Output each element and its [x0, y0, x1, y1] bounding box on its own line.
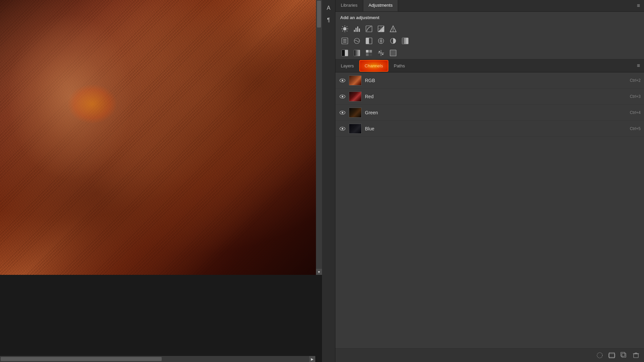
adjustments-panel: Libraries Adjustments ≡ Add an adjustmen… [335, 0, 644, 59]
svg-rect-62 [621, 352, 625, 356]
gradientmap-icon[interactable] [352, 48, 362, 58]
vertical-scrollbar[interactable]: ▼ [316, 0, 322, 275]
panel-menu-icon[interactable]: ≡ [633, 0, 644, 11]
svg-rect-63 [634, 354, 638, 358]
svg-rect-34 [402, 38, 404, 44]
svg-point-47 [379, 51, 380, 52]
threshold-icon[interactable] [340, 48, 350, 58]
svg-rect-36 [406, 38, 408, 44]
panel-tabs: Libraries Adjustments ≡ [335, 0, 644, 12]
channel-thumb-green [349, 108, 362, 118]
scroll-right-arrow[interactable]: ▶ [309, 356, 315, 362]
selectivecolor-icon[interactable] [364, 48, 374, 58]
dotted-circle-icon[interactable] [596, 351, 604, 359]
svg-rect-49 [390, 50, 396, 56]
channel-shortcut-blue: Ctrl+5 [630, 126, 641, 131]
adjustment-icons-row2 [335, 35, 644, 47]
invert-icon[interactable] [388, 36, 398, 46]
svg-point-57 [342, 128, 343, 129]
layer-tabs: Layers Channels Paths ≡ [335, 59, 644, 72]
side-toolbar: A ¶ [322, 0, 335, 362]
solidcolor-icon[interactable] [388, 48, 398, 58]
vibrance-icon[interactable] [388, 24, 398, 34]
svg-rect-41 [366, 50, 369, 53]
channelmixer-icon[interactable] [376, 48, 386, 58]
curves-icon[interactable] [364, 24, 374, 34]
layer-panel-menu[interactable]: ≡ [633, 59, 644, 72]
tab-libraries[interactable]: Libraries [335, 0, 363, 11]
portrait-photo [0, 0, 322, 275]
svg-point-55 [342, 112, 343, 113]
tab-paths[interactable]: Paths [388, 60, 410, 72]
svg-rect-10 [356, 28, 357, 32]
eye-icon-red[interactable] [339, 93, 346, 100]
svg-rect-35 [404, 38, 406, 44]
svg-rect-61 [622, 353, 626, 357]
channel-name-green: Green [365, 110, 630, 115]
svg-rect-12 [359, 28, 360, 32]
svg-point-0 [343, 27, 346, 31]
channel-row-red[interactable]: Red Ctrl+3 [335, 88, 644, 105]
svg-point-51 [342, 79, 343, 81]
colorbalance-icon[interactable] [352, 36, 362, 46]
eye-icon-rgb[interactable] [339, 77, 346, 84]
colorlookup-icon[interactable] [376, 36, 386, 46]
tab-adjustments[interactable]: Adjustments [363, 0, 398, 11]
delete-channel-icon[interactable] [632, 351, 640, 359]
svg-rect-43 [366, 53, 369, 56]
brightness-icon[interactable] [340, 24, 350, 34]
hsl-icon[interactable] [340, 36, 350, 46]
right-panel: Libraries Adjustments ≡ Add an adjustmen… [335, 0, 644, 362]
levels-icon[interactable] [352, 24, 362, 34]
blackwhite-icon[interactable] [364, 36, 374, 46]
svg-rect-42 [369, 50, 372, 53]
channel-thumb-rgb [349, 75, 362, 85]
channel-thumb-blue [349, 124, 362, 134]
channel-shortcut-red: Ctrl+3 [630, 94, 641, 99]
exposure-icon[interactable] [376, 24, 386, 34]
paragraph-tool-btn[interactable]: ¶ [323, 15, 334, 25]
scroll-down-arrow[interactable]: ▼ [316, 269, 322, 275]
scrollbar-h-thumb[interactable] [1, 357, 162, 361]
horizontal-scrollbar[interactable]: ▶ [0, 356, 315, 362]
scrollbar-v-thumb[interactable] [317, 1, 321, 27]
svg-line-6 [347, 31, 347, 32]
svg-line-5 [342, 26, 343, 27]
tab-channels[interactable]: Channels [359, 60, 388, 72]
cheek-glow [67, 84, 117, 124]
type-tool-btn[interactable]: A [323, 3, 334, 13]
duplicate-channel-icon[interactable] [620, 351, 628, 359]
channel-name-red: Red [365, 94, 630, 99]
canvas-image[interactable]: ▼ [0, 0, 322, 275]
adjustment-icons-row3 [335, 47, 644, 59]
channel-shortcut-rgb: Ctrl+2 [630, 78, 641, 83]
posterize-icon[interactable] [400, 36, 410, 46]
channel-name-blue: Blue [365, 126, 630, 131]
svg-rect-38 [342, 50, 345, 56]
svg-rect-60 [609, 354, 615, 357]
new-channel-icon[interactable] [608, 351, 616, 359]
eye-icon-blue[interactable] [339, 125, 346, 132]
svg-line-8 [347, 26, 347, 27]
add-adjustment-header: Add an adjustment [335, 12, 644, 23]
channel-row-rgb[interactable]: RGB Ctrl+2 [335, 72, 644, 88]
channel-shortcut-green: Ctrl+4 [630, 110, 641, 115]
svg-rect-39 [345, 50, 348, 56]
channel-list: RGB Ctrl+2 Red Ctrl+3 [335, 72, 644, 348]
svg-rect-11 [357, 26, 358, 32]
svg-point-53 [342, 96, 343, 97]
svg-point-58 [597, 353, 602, 358]
channel-row-blue[interactable]: Blue Ctrl+5 [335, 121, 644, 137]
svg-point-48 [382, 54, 383, 55]
eye-icon-green[interactable] [339, 109, 346, 116]
svg-line-7 [342, 31, 343, 32]
svg-rect-44 [369, 53, 372, 56]
tab-layers[interactable]: Layers [335, 60, 359, 72]
bottom-panel: Layers Channels Paths ≡ RGB Ctrl+2 [335, 59, 644, 362]
channel-thumb-red [349, 92, 362, 102]
svg-point-29 [381, 41, 381, 41]
adjustment-icons-row1 [335, 23, 644, 35]
panel-footer [335, 348, 644, 362]
canvas-area: ▼ ▶ [0, 0, 322, 362]
channel-row-green[interactable]: Green Ctrl+4 [335, 105, 644, 121]
